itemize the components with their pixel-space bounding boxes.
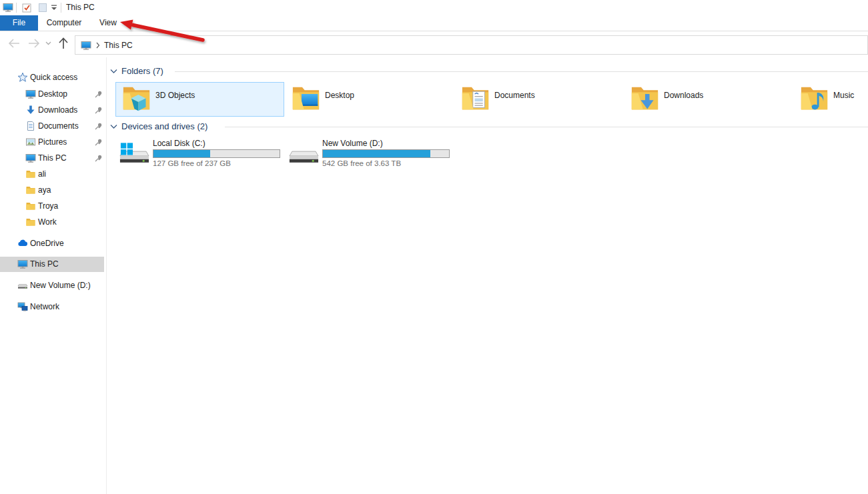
folder-tile-label: Music bbox=[833, 91, 854, 100]
folder-tile-label: Documents bbox=[494, 91, 535, 100]
sidebar-item-label: Work bbox=[38, 215, 57, 230]
onedrive-cloud-icon bbox=[17, 238, 28, 249]
sidebar-item-work[interactable]: Work bbox=[0, 215, 104, 230]
drive-name: Local Disk (C:) bbox=[153, 139, 205, 148]
downloads-arrow-icon bbox=[25, 105, 36, 115]
sidebar-item-label: Pictures bbox=[38, 135, 67, 150]
computer-monitor-icon bbox=[17, 259, 28, 269]
sidebar-item-this-pc-pinned[interactable]: This PC bbox=[0, 151, 104, 166]
back-icon[interactable] bbox=[5, 35, 23, 52]
sidebar-item-desktop[interactable]: Desktop bbox=[0, 87, 104, 102]
folder-tile-desktop[interactable]: Desktop bbox=[285, 82, 454, 117]
group-collapse-chevron-icon[interactable] bbox=[110, 124, 117, 129]
drive-capacity-bar bbox=[153, 149, 280, 158]
tab-computer[interactable]: Computer bbox=[41, 15, 87, 31]
toolbar-separator bbox=[61, 3, 61, 13]
drive-tile-new-volume-d[interactable]: New Volume (D:) 542 GB free of 3.63 TB bbox=[285, 137, 452, 171]
sidebar-item-label: This PC bbox=[30, 257, 59, 272]
recent-locations-chevron-icon[interactable] bbox=[43, 35, 53, 52]
breadcrumb-chevron-icon[interactable] bbox=[96, 42, 100, 49]
sidebar-item-downloads[interactable]: Downloads bbox=[0, 103, 104, 118]
sidebar-item-quick-access[interactable]: Quick access bbox=[0, 70, 104, 85]
folder-icon bbox=[25, 185, 36, 195]
drive-tile-local-disk-c[interactable]: Local Disk (C:) 127 GB free of 237 GB bbox=[115, 137, 283, 171]
title-bar: This PC bbox=[0, 0, 868, 15]
documents-folder-icon bbox=[460, 84, 490, 114]
sidebar-item-documents[interactable]: Documents bbox=[0, 119, 104, 134]
sidebar-item-network[interactable]: Network bbox=[0, 299, 104, 315]
group-header-folders[interactable]: Folders (7) bbox=[121, 66, 163, 76]
folder-tile-downloads[interactable]: Downloads bbox=[624, 82, 793, 117]
folder-icon bbox=[25, 217, 36, 227]
toolbar-dropdown-icon[interactable] bbox=[49, 2, 59, 13]
pin-icon bbox=[94, 106, 103, 115]
desktop-folder-icon bbox=[291, 84, 321, 114]
folder-icon bbox=[25, 169, 36, 179]
window-title: This PC bbox=[66, 0, 95, 15]
sidebar-item-label: Desktop bbox=[38, 87, 67, 102]
downloads-folder-icon bbox=[630, 84, 660, 114]
pin-icon bbox=[94, 154, 103, 163]
windows-system-drive-icon bbox=[118, 141, 149, 169]
navigation-bar: This PC bbox=[0, 31, 868, 57]
sidebar-item-onedrive[interactable]: OneDrive bbox=[0, 236, 104, 251]
3d-objects-folder-icon bbox=[121, 84, 151, 114]
group-header-devices-and-drives[interactable]: Devices and drives (2) bbox=[121, 121, 207, 131]
breadcrumb-item[interactable]: This PC bbox=[104, 41, 133, 50]
folder-tile-music[interactable]: Music bbox=[793, 82, 868, 117]
drive-capacity-fill bbox=[153, 150, 210, 157]
folder-tile-label: 3D Objects bbox=[155, 91, 195, 100]
pin-icon bbox=[94, 90, 103, 99]
drive-capacity-fill bbox=[323, 150, 430, 157]
picture-icon bbox=[25, 137, 36, 147]
properties-check-icon[interactable] bbox=[21, 2, 33, 13]
sidebar-item-this-pc[interactable]: This PC bbox=[0, 257, 104, 272]
toolbar-separator bbox=[16, 3, 17, 13]
address-bar[interactable]: This PC bbox=[75, 35, 868, 55]
sidebar-item-ali[interactable]: ali bbox=[0, 167, 104, 182]
pin-icon bbox=[94, 138, 103, 147]
group-header-rule bbox=[225, 127, 868, 127]
group-collapse-chevron-icon[interactable] bbox=[110, 69, 117, 74]
ribbon-tab-strip: File Computer View bbox=[0, 15, 868, 31]
tab-file[interactable]: File bbox=[0, 15, 38, 31]
sidebar-item-label: Troya bbox=[38, 199, 58, 214]
sidebar-item-troya[interactable]: Troya bbox=[0, 199, 104, 214]
desktop-monitor-icon bbox=[25, 89, 36, 99]
folder-icon bbox=[25, 201, 36, 211]
app-this-pc-icon bbox=[3, 2, 13, 13]
tab-view[interactable]: View bbox=[91, 15, 125, 31]
document-icon bbox=[25, 121, 36, 131]
sidebar-item-label: Network bbox=[30, 299, 59, 315]
folder-tile-documents[interactable]: Documents bbox=[454, 82, 623, 117]
drive-capacity-bar bbox=[322, 149, 450, 158]
sidebar-item-label: This PC bbox=[38, 151, 67, 166]
forward-icon[interactable] bbox=[25, 35, 43, 52]
music-folder-icon bbox=[799, 84, 829, 114]
breadcrumb-this-pc-icon bbox=[81, 40, 91, 51]
navigation-pane: Quick access Desktop Downloads Documents… bbox=[0, 57, 107, 494]
folder-tile-3d-objects[interactable]: 3D Objects bbox=[115, 82, 284, 117]
folder-tile-label: Downloads bbox=[664, 91, 703, 100]
folder-tile-label: Desktop bbox=[325, 91, 354, 100]
quick-access-star-icon bbox=[17, 72, 28, 83]
sidebar-item-pictures[interactable]: Pictures bbox=[0, 135, 104, 150]
sidebar-item-label: aya bbox=[38, 183, 51, 198]
sidebar-item-label: Quick access bbox=[30, 70, 77, 85]
new-folder-icon[interactable] bbox=[37, 2, 49, 13]
pin-icon bbox=[94, 122, 103, 131]
sidebar-item-label: ali bbox=[38, 167, 46, 182]
drive-name: New Volume (D:) bbox=[322, 139, 383, 148]
sidebar-item-aya[interactable]: aya bbox=[0, 183, 104, 198]
up-icon[interactable] bbox=[55, 35, 72, 52]
sidebar-item-label: Documents bbox=[38, 119, 79, 134]
sidebar-item-new-volume-d[interactable]: New Volume (D:) bbox=[0, 278, 104, 293]
drive-free-space: 127 GB free of 237 GB bbox=[153, 159, 231, 167]
sidebar-item-label: New Volume (D:) bbox=[30, 278, 91, 293]
hard-drive-icon bbox=[17, 280, 28, 291]
sidebar-item-label: Downloads bbox=[38, 103, 77, 118]
computer-monitor-icon bbox=[25, 153, 36, 163]
group-header-rule bbox=[175, 71, 868, 72]
hard-drive-icon bbox=[288, 141, 319, 169]
network-computers-icon bbox=[17, 301, 28, 312]
